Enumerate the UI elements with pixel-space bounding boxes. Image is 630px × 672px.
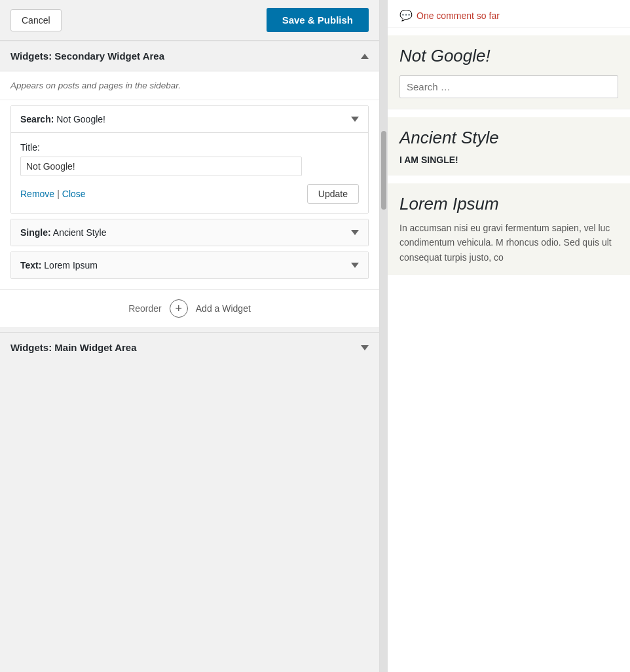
single-widget-chevron-down-icon (351, 230, 359, 235)
save-publish-button[interactable]: Save & Publish (267, 8, 369, 32)
lorem-preview-title: Lorem Ipsum (399, 194, 618, 214)
secondary-widget-area-header[interactable]: Widgets: Secondary Widget Area (0, 41, 379, 71)
search-preview-title: Not Google! (399, 46, 618, 66)
secondary-area-chevron-up-icon (361, 54, 369, 59)
ancient-preview-title: Ancient Style (399, 128, 618, 148)
add-widget-button[interactable]: Add a Widget (196, 303, 251, 314)
update-button[interactable]: Update (307, 184, 359, 204)
comment-icon: 💬 (399, 9, 413, 22)
scrollbar[interactable] (380, 0, 388, 672)
close-button[interactable]: Close (62, 189, 86, 199)
single-widget: Single: Ancient Style (10, 219, 369, 246)
comment-bar: 💬 One comment so far (388, 0, 630, 28)
add-widget-circle-button[interactable]: + (170, 299, 188, 318)
widget-links: Remove | Close (20, 189, 86, 199)
ancient-preview-content: I AM SINGLE! (399, 155, 618, 165)
single-widget-header[interactable]: Single: Ancient Style (11, 219, 368, 246)
right-panel: 💬 One comment so far Not Google! Ancient… (388, 0, 630, 672)
search-widget-footer: Remove | Close Update (20, 184, 359, 204)
search-widget-body: Title: Remove | Close Update (11, 133, 368, 213)
lorem-preview: Lorem Ipsum In accumsan nisi eu gravi fe… (388, 183, 630, 275)
secondary-widget-area-title: Widgets: Secondary Widget Area (10, 50, 164, 62)
single-widget-type: Single: (20, 227, 51, 238)
search-widget-name: Not Google! (56, 114, 105, 124)
text-widget-type: Text: (20, 260, 41, 271)
main-area-chevron-down-icon (361, 345, 369, 350)
search-widget-title: Search: Not Google! (20, 114, 105, 124)
search-widget-type: Search: (20, 114, 54, 124)
scrollbar-thumb[interactable] (381, 131, 386, 210)
main-widget-area-header[interactable]: Widgets: Main Widget Area (0, 332, 379, 362)
secondary-widget-area-description: Appears on posts and pages in the sideba… (0, 71, 379, 100)
widget-list: Search: Not Google! Title: Remove | Clos… (0, 100, 379, 289)
title-field-label: Title: (20, 142, 359, 153)
comment-text: 💬 One comment so far (399, 9, 618, 22)
text-widget-header[interactable]: Text: Lorem Ipsum (11, 252, 368, 278)
main-widget-area-title: Widgets: Main Widget Area (10, 342, 137, 353)
search-widget: Search: Not Google! Title: Remove | Clos… (10, 105, 369, 214)
remove-button[interactable]: Remove (20, 189, 54, 199)
search-preview-input[interactable] (399, 75, 618, 98)
left-panel: Cancel Save & Publish Widgets: Secondary… (0, 0, 380, 672)
toolbar: Cancel Save & Publish (0, 0, 379, 41)
single-widget-title: Single: Ancient Style (20, 227, 107, 238)
reorder-button[interactable]: Reorder (128, 303, 162, 314)
text-widget-chevron-down-icon (351, 263, 359, 268)
text-widget-title: Text: Lorem Ipsum (20, 260, 98, 271)
link-separator: | (57, 189, 60, 199)
ancient-style-preview: Ancient Style I AM SINGLE! (388, 117, 630, 176)
text-widget-name: Lorem Ipsum (44, 260, 98, 271)
text-widget: Text: Lorem Ipsum (10, 252, 369, 279)
single-widget-name: Ancient Style (53, 227, 107, 238)
widget-footer-bar: Reorder + Add a Widget (0, 289, 379, 327)
search-widget-header[interactable]: Search: Not Google! (11, 106, 368, 133)
lorem-preview-text: In accumsan nisi eu gravi fermentum sapi… (399, 221, 618, 265)
comment-label: One comment so far (417, 10, 500, 21)
cancel-button[interactable]: Cancel (10, 9, 62, 31)
title-field-input[interactable] (20, 157, 302, 176)
search-widget-preview: Not Google! (388, 35, 630, 109)
search-widget-chevron-down-icon (351, 117, 359, 122)
